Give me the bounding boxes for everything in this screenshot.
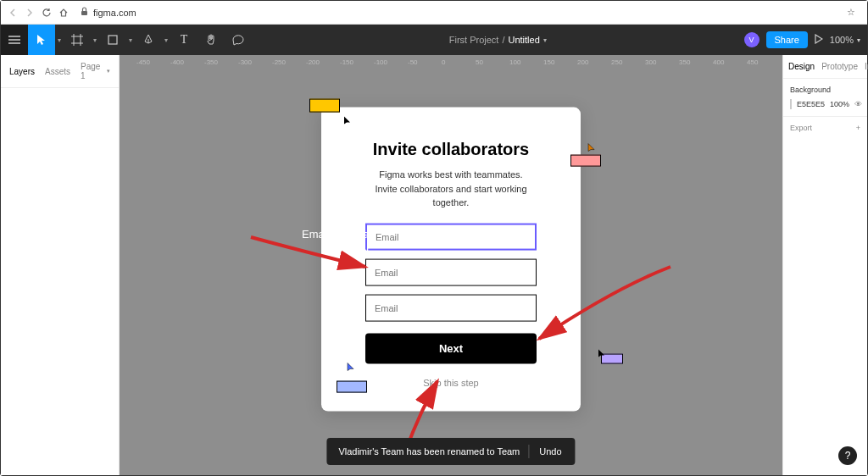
color-opacity[interactable]: 100% [830,100,849,108]
home-icon[interactable] [58,8,69,18]
avatar[interactable]: V [744,32,760,47]
left-panel: Layers Assets Page 1▾ [1,55,120,475]
frame-dropdown-icon[interactable]: ▾ [91,36,99,44]
decoration-rect [337,380,367,392]
browser-chrome: figma.com ☆ [1,1,867,25]
reload-icon[interactable] [42,8,52,18]
shape-tool-icon[interactable] [99,25,126,55]
pen-tool-icon[interactable] [135,25,162,55]
file-title[interactable]: Untitled [508,35,539,45]
decoration-cursor-icon [343,114,352,130]
star-icon[interactable]: ☆ [847,7,855,18]
decoration-rect [570,155,601,167]
tab-layers[interactable]: Layers [9,67,35,76]
lock-icon [81,7,88,18]
email-field[interactable] [365,258,537,285]
visibility-icon[interactable]: 👁 [854,100,862,108]
background-label: Background [790,86,860,94]
decoration-cursor-icon [598,346,606,362]
shape-dropdown-icon[interactable]: ▾ [126,36,135,44]
title-dropdown-icon[interactable]: ▾ [543,36,547,44]
right-panel: Design Prototype Inspect Background E5E5… [782,55,867,475]
add-export-icon[interactable]: + [856,124,860,132]
main-menu-icon[interactable] [1,25,28,55]
ruler-horizontal: -450 -400 -350 -300 -250 -200 -150 -100 … [120,55,782,69]
frame-tool-icon[interactable] [64,25,91,55]
svg-rect-0 [81,11,87,15]
decoration-rect [309,99,340,113]
canvas[interactable]: -450 -400 -350 -300 -250 -200 -150 -100 … [120,55,782,475]
annotation-arrow-icon [247,233,374,275]
email-field[interactable] [365,294,537,321]
ruler-vertical [120,55,133,475]
share-button[interactable]: Share [766,31,808,48]
skip-link[interactable]: Skip this step [365,377,537,387]
annotation-arrow-icon [531,263,675,347]
url-text: figma.com [93,8,136,18]
modal-subtext: Figma works best with teammates.Invite c… [365,168,537,210]
pen-dropdown-icon[interactable]: ▾ [162,36,170,44]
back-icon[interactable] [8,8,18,18]
modal-heading: Invite collaborators [365,140,537,159]
hand-tool-icon[interactable] [198,25,225,55]
decoration-cursor-icon [587,141,596,157]
page-selector[interactable]: Page 1▾ [81,62,110,80]
toast-notification: Vladimir's Team has been renamed to Team… [326,438,575,465]
help-button[interactable]: ? [838,446,857,465]
tab-prototype[interactable]: Prototype [821,62,858,71]
export-label: Export [790,124,812,132]
color-swatch[interactable] [790,99,792,109]
email-field[interactable] [365,223,537,250]
next-button[interactable]: Next [365,333,537,363]
tab-assets[interactable]: Assets [45,67,70,76]
url-bar[interactable]: figma.com ☆ [75,7,860,18]
undo-button[interactable]: Undo [528,445,571,458]
project-name[interactable]: First Project [449,35,499,45]
figma-toolbar: ▾ ▾ ▾ ▾ T First Project / Untitled ▾ V S… [1,25,867,55]
decoration-cursor-icon [347,360,355,375]
move-tool-icon[interactable] [28,25,55,55]
present-icon[interactable] [815,32,823,47]
text-tool-icon[interactable]: T [170,25,198,55]
toast-message: Vladimir's Team has been renamed to Team [338,446,520,457]
tab-inspect[interactable]: Inspect [865,62,868,71]
move-dropdown-icon[interactable]: ▾ [55,36,64,44]
color-hex[interactable]: E5E5E5 [797,100,825,108]
svg-rect-1 [108,36,117,44]
forward-icon[interactable] [25,8,35,18]
zoom-control[interactable]: 100%▾ [830,35,860,45]
comment-tool-icon[interactable] [225,25,252,55]
tab-design[interactable]: Design [788,62,815,71]
